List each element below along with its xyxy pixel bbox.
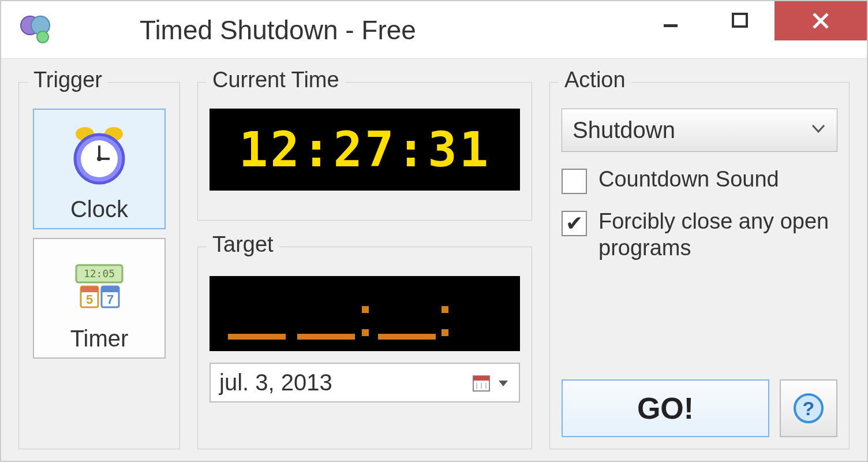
countdown-sound-row[interactable]: Countdown Sound xyxy=(562,166,837,194)
middle-column: Current Time 12:27:31 Target jul. 3, 201… xyxy=(197,82,532,449)
trigger-timer-button[interactable]: 12:05 5 7 Timer xyxy=(33,238,166,359)
help-button[interactable]: ? xyxy=(780,379,837,437)
action-dropdown[interactable]: Shutdown xyxy=(562,109,837,152)
trigger-timer-label: Timer xyxy=(70,326,129,352)
countdown-sound-checkbox[interactable] xyxy=(562,169,587,194)
window-controls xyxy=(636,1,867,40)
titlebar: Timed Shutdown - Free xyxy=(1,1,867,59)
window-title: Timed Shutdown - Free xyxy=(140,14,416,46)
target-date-picker[interactable]: jul. 3, 2013 xyxy=(209,363,520,403)
current-time-fieldset: Current Time 12:27:31 xyxy=(197,82,532,221)
chevron-down-icon xyxy=(810,120,826,140)
app-icon xyxy=(18,13,53,47)
trigger-fieldset: Trigger Clock xyxy=(18,82,180,449)
maximize-button[interactable] xyxy=(705,1,775,40)
svg-text:12:05: 12:05 xyxy=(84,267,115,280)
current-time-display: 12:27:31 xyxy=(209,109,520,191)
svg-rect-4 xyxy=(733,14,747,27)
target-date-value: jul. 3, 2013 xyxy=(219,370,332,396)
svg-point-11 xyxy=(97,157,102,161)
svg-text:5: 5 xyxy=(86,292,93,307)
svg-text:7: 7 xyxy=(107,292,114,307)
current-time-legend: Current Time xyxy=(207,68,345,92)
action-bottom-row: GO! ? xyxy=(562,379,837,437)
svg-point-2 xyxy=(37,31,48,43)
target-fieldset: Target jul. 3, 2013 xyxy=(197,247,532,449)
svg-rect-21 xyxy=(473,376,489,381)
force-close-label: Forcibly close any open programs xyxy=(598,208,837,261)
force-close-row[interactable]: ✔ Forcibly close any open programs xyxy=(562,208,837,261)
minimize-button[interactable] xyxy=(636,1,705,40)
calendar-timer-icon: 12:05 5 7 xyxy=(65,251,134,320)
svg-rect-3 xyxy=(664,24,678,27)
svg-text:?: ? xyxy=(803,397,815,419)
go-button-label: GO! xyxy=(637,391,694,426)
target-legend: Target xyxy=(207,232,279,257)
action-fieldset: Action Shutdown Countdown Sound ✔ Forcib… xyxy=(549,82,850,449)
action-dropdown-value: Shutdown xyxy=(573,117,675,143)
action-legend: Action xyxy=(559,68,631,92)
close-button[interactable] xyxy=(775,1,867,40)
trigger-clock-button[interactable]: Clock xyxy=(33,109,166,229)
date-picker-dropdown-icon xyxy=(471,372,510,393)
svg-rect-15 xyxy=(81,286,98,292)
content-area: Trigger Clock xyxy=(1,59,867,461)
app-window: Timed Shutdown - Free Trigger xyxy=(0,0,868,462)
target-time-display[interactable] xyxy=(209,276,520,351)
help-icon: ? xyxy=(792,392,825,424)
trigger-legend: Trigger xyxy=(28,68,108,92)
svg-rect-18 xyxy=(102,286,119,292)
alarm-clock-icon xyxy=(65,121,134,191)
force-close-checkbox[interactable]: ✔ xyxy=(562,211,587,236)
go-button[interactable]: GO! xyxy=(562,379,769,437)
trigger-clock-label: Clock xyxy=(70,196,128,222)
countdown-sound-label: Countdown Sound xyxy=(598,166,779,193)
